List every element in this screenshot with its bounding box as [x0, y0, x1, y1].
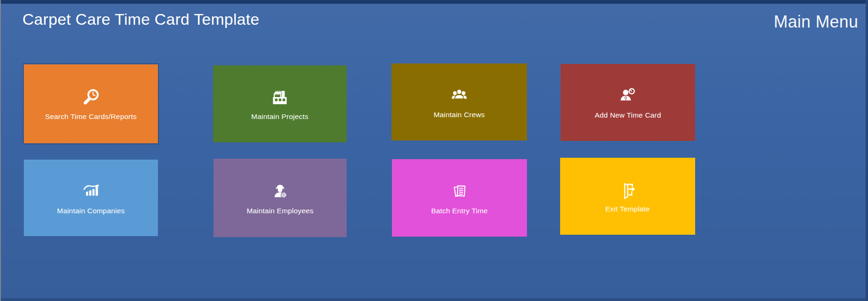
menu-button-search-time-cards-reports[interactable]: Search Time Cards/Reports [24, 64, 158, 143]
tile-label: Add New Time Card [595, 112, 661, 119]
tile-label: Maintain Companies [57, 207, 125, 215]
menu-button-maintain-projects[interactable]: Maintain Projects [213, 65, 347, 142]
exit-door-icon [617, 180, 639, 200]
menu-button-add-new-time-card[interactable]: Add New Time Card [561, 64, 695, 141]
search-clock-icon [80, 87, 102, 108]
tile-label: Search Time Cards/Reports [45, 113, 136, 120]
tile-label: Maintain Projects [251, 113, 308, 120]
window-left-edge [0, 0, 1, 301]
menu-button-batch-entry-time[interactable]: Batch Entry Time [392, 159, 527, 237]
access-main-menu-window: Carpet Care Time Card Template Main Menu… [0, 0, 868, 301]
documents-icon [449, 182, 470, 202]
people-group-icon [448, 85, 470, 106]
worker-gear-icon [270, 182, 291, 202]
tile-label: Batch Entry Time [431, 207, 488, 215]
menu-grid: Search Time Cards/Reports Maintain Proje… [0, 0, 868, 301]
tile-label: Exit Template [605, 205, 650, 213]
window-right-edge [866, 0, 868, 301]
tile-label: Maintain Crews [434, 111, 485, 119]
window-bottom-edge [0, 298, 868, 301]
window-top-edge [0, 0, 868, 4]
menu-button-exit-template[interactable]: Exit Template [560, 158, 695, 235]
menu-button-maintain-companies[interactable]: Maintain Companies [24, 160, 158, 236]
menu-button-maintain-crews[interactable]: Maintain Crews [391, 63, 527, 140]
tile-label: Maintain Employees [247, 207, 313, 215]
menu-button-maintain-employees[interactable]: Maintain Employees [213, 159, 347, 237]
factory-icon [269, 87, 291, 108]
bar-chart-icon [80, 182, 102, 202]
person-clock-icon [617, 86, 639, 106]
